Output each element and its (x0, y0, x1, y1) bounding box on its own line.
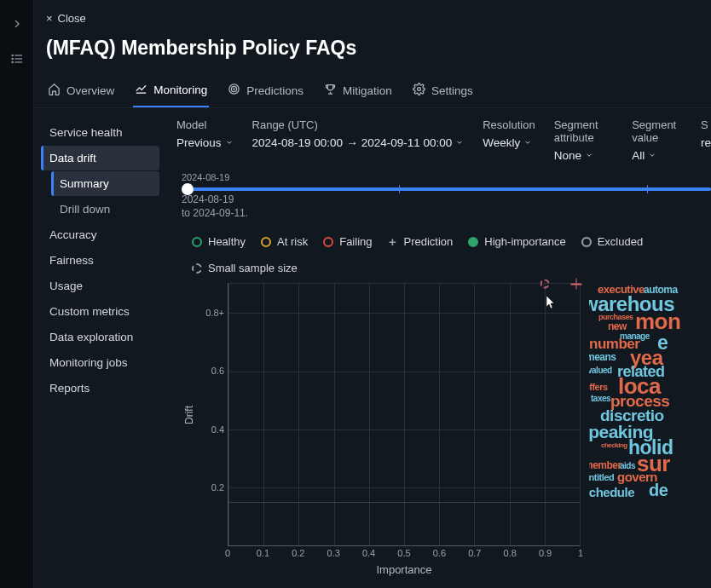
sidebar-item-monitoring-jobs[interactable]: Monitoring jobs (41, 350, 159, 375)
arrow-right-icon: → (346, 136, 358, 149)
tab-mitigation[interactable]: Mitigation (322, 82, 394, 107)
mouse-cursor-icon (546, 296, 557, 309)
x-tick: 0.6 (433, 548, 446, 558)
segment-attr-filter[interactable]: Segment attribute None (554, 118, 614, 162)
wordcloud-word: valued (589, 366, 612, 375)
home-icon (48, 83, 61, 98)
target-icon (228, 83, 240, 98)
chevron-down-icon (523, 136, 532, 149)
wordcloud-word: new (608, 320, 627, 332)
close-label: Close (58, 12, 86, 25)
sidebar-item-drill-down[interactable]: Drill down (51, 197, 159, 222)
x-tick: 0.8 (504, 548, 517, 558)
wordcloud-word: checking (601, 441, 627, 449)
legend-small-sample: Small sample size (192, 262, 298, 274)
legend-high-importance: High-importance (468, 235, 565, 248)
x-tick: 0.9 (539, 548, 552, 558)
svg-point-9 (418, 88, 421, 91)
resolution-label: Resolution (483, 118, 535, 131)
chevron-down-icon (455, 136, 464, 149)
tab-settings[interactable]: Settings (411, 82, 475, 107)
list-icon[interactable] (10, 52, 24, 68)
trophy-icon (324, 83, 337, 98)
slider-start-date: 2024-08-19 (182, 172, 711, 182)
legend-healthy: Healthy (192, 235, 246, 248)
sidebar-item-data-exploration[interactable]: Data exploration (41, 325, 159, 349)
y-tick: 0.6 (211, 366, 224, 376)
close-button[interactable]: × Close (34, 0, 711, 30)
svg-point-8 (234, 89, 234, 89)
sidebar-item-custom-metrics[interactable]: Custom metrics (41, 299, 159, 324)
x-tick: 0.2 (292, 548, 304, 558)
wordcloud-word: offers (589, 382, 608, 392)
sidebar-item-data-drift[interactable]: Data drift (41, 146, 159, 170)
legend-excluded: Excluded (581, 235, 643, 248)
wordcloud-word: entitled (589, 472, 614, 482)
sidebar-item-usage[interactable]: Usage (41, 274, 159, 298)
drift-chart: Drift 0.20.40.60.8+ 00.10.20.30.40.50.60… (180, 283, 581, 576)
segment-val-label: Segment value (632, 118, 682, 144)
close-icon: × (46, 12, 53, 25)
x-axis-label: Importance (228, 563, 581, 576)
chevron-down-icon (225, 136, 234, 149)
resolution-filter[interactable]: Resolution Weekly (483, 118, 535, 162)
collapse-icon[interactable] (10, 17, 24, 33)
sidebar-item-summary[interactable]: Summary (51, 171, 159, 196)
slider-thumb[interactable] (182, 183, 194, 195)
wordcloud-word: schedule (589, 485, 634, 499)
tab-predictions[interactable]: Predictions (226, 82, 305, 107)
y-tick: 0.4 (211, 424, 224, 435)
x-tick: 0.5 (397, 548, 410, 558)
segment-val-filter[interactable]: Segment value All (632, 118, 682, 162)
legend-failing: Failing (323, 235, 372, 248)
gear-icon (413, 83, 425, 98)
x-tick: 0.7 (468, 548, 481, 558)
chart-icon (135, 82, 147, 97)
x-tick: 0.1 (257, 548, 269, 558)
model-filter[interactable]: Model Previous (176, 118, 234, 162)
time-slider[interactable] (182, 187, 711, 191)
sidebar-item-service-health[interactable]: Service health (41, 120, 159, 145)
tab-overview[interactable]: Overview (46, 82, 116, 107)
model-label: Model (176, 118, 234, 131)
sidebar-item-fairness[interactable]: Fairness (41, 248, 159, 273)
range-label: Range (UTC) (252, 118, 465, 131)
tab-monitoring[interactable]: Monitoring (133, 82, 209, 107)
wordcloud-word: taxes (591, 394, 610, 403)
chevron-down-icon (648, 149, 656, 162)
y-axis-label: Drift (183, 406, 195, 424)
wordcloud-word: de (649, 481, 668, 500)
x-tick: 0 (225, 548, 230, 558)
wordcloud: executiveautomawarehouspurchasesnewmonma… (589, 283, 711, 576)
y-tick: 0.2 (211, 482, 224, 493)
wordcloud-word: means (589, 351, 616, 363)
legend-at-risk: At risk (261, 235, 308, 248)
x-tick: 0.3 (327, 548, 340, 558)
x-tick: 1 (578, 548, 583, 558)
sidebar-item-accuracy[interactable]: Accuracy (41, 222, 159, 247)
chart-point-prediction (570, 279, 581, 290)
page-title: (MFAQ) Membership Policy FAQs (34, 30, 711, 65)
x-tick: 0.4 (362, 548, 375, 558)
chart-point-excluded (540, 280, 549, 289)
y-tick: 0.8+ (205, 308, 224, 318)
svg-point-5 (12, 61, 13, 62)
legend-prediction: +Prediction (388, 235, 454, 248)
chevron-down-icon (585, 149, 593, 162)
sidebar-item-reports[interactable]: Reports (41, 376, 159, 401)
svg-point-4 (12, 58, 13, 59)
range-filter[interactable]: Range (UTC) 2024-08-19 00:00 → 2024-09-1… (252, 118, 465, 162)
extra-filter[interactable]: S re (701, 118, 711, 162)
svg-point-3 (12, 55, 13, 55)
segment-attr-label: Segment attribute (554, 118, 614, 144)
